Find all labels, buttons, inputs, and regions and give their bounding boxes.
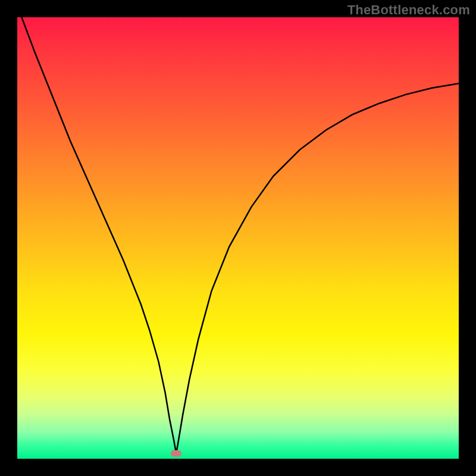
watermark-text: TheBottleneck.com: [347, 2, 470, 18]
plot-area: [17, 17, 459, 459]
chart-frame: TheBottleneck.com: [0, 0, 476, 476]
optimum-marker: [171, 450, 181, 457]
bottleneck-curve: [21, 17, 459, 453]
curve-svg: [17, 17, 459, 459]
